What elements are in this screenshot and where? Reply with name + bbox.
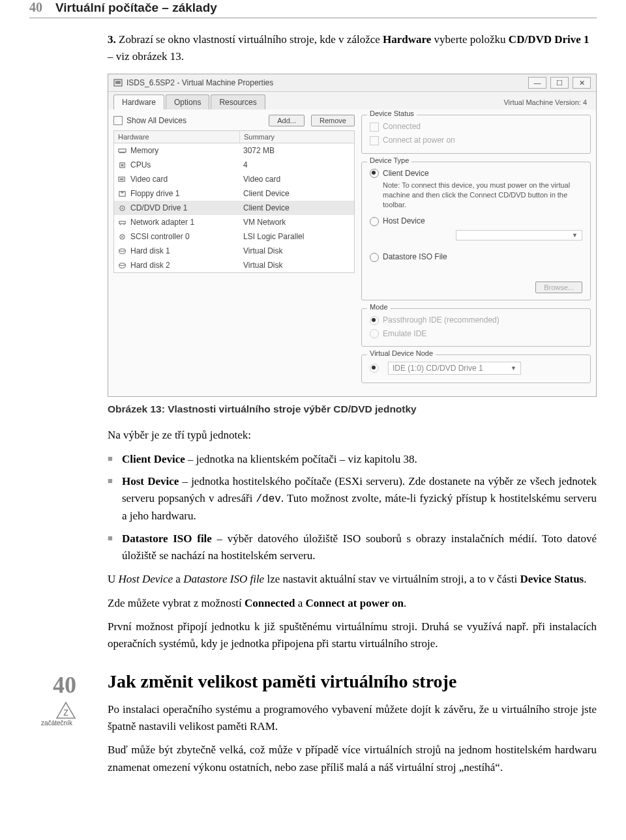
table-row[interactable]: Network adapter 1 VM Network bbox=[114, 215, 354, 229]
add-button[interactable]: Add... bbox=[269, 115, 305, 126]
body-text: Na výběr je ze tří typů jednotek: bbox=[108, 427, 597, 444]
svg-rect-16 bbox=[119, 221, 125, 224]
table-row[interactable]: SCSI controller 0 LSI Logic Parallel bbox=[114, 229, 354, 244]
window-title: ISDS_6.5SP2 - Virtual Machine Properties bbox=[127, 78, 273, 87]
col-summary: Summary bbox=[240, 131, 354, 143]
list-item: Host Device – jednotka hostitelského poč… bbox=[108, 473, 597, 525]
body-text: Buď může být zbytečně velká, což může v … bbox=[108, 742, 597, 776]
vdn-select[interactable]: IDE (1:0) CD/DVD Drive 1▼ bbox=[388, 362, 521, 375]
svg-rect-9 bbox=[121, 164, 124, 166]
tab-resources[interactable]: Resources bbox=[211, 94, 265, 109]
close-button[interactable]: ✕ bbox=[573, 77, 591, 89]
svg-point-20 bbox=[119, 248, 125, 251]
bullet-list: Client Device – jednotka na klientském p… bbox=[108, 451, 597, 565]
svg-point-15 bbox=[122, 207, 123, 209]
connected-checkbox: Connected bbox=[370, 122, 582, 132]
chevron-down-icon: ▼ bbox=[572, 232, 578, 239]
body-text: Po instalaci operačního systému a progra… bbox=[108, 701, 597, 736]
numbered-step-3: 3. Zobrazí se okno vlastností virtuálníh… bbox=[108, 31, 597, 65]
tab-strip: Hardware Options Resources bbox=[113, 94, 267, 109]
body-text: První možnost připojí jednotku k již spu… bbox=[108, 618, 597, 653]
hardware-table: Hardware Summary Memory 3072 MB CPUs 4 bbox=[113, 130, 355, 273]
connect-poweron-checkbox: Connect at power on bbox=[370, 136, 582, 145]
svg-point-21 bbox=[119, 263, 125, 265]
browse-button[interactable]: Browse... bbox=[535, 282, 582, 293]
cpu-icon bbox=[118, 162, 127, 169]
network-icon bbox=[118, 219, 127, 226]
host-device-select[interactable]: ▼ bbox=[456, 230, 582, 240]
radio-client-device[interactable]: Client Device bbox=[370, 169, 582, 179]
titlebar: ISDS_6.5SP2 - Virtual Machine Properties… bbox=[108, 74, 596, 92]
table-row[interactable]: Hard disk 2 Virtual Disk bbox=[114, 258, 354, 272]
col-hardware: Hardware bbox=[114, 131, 240, 143]
body-text: Zde můžete vybrat z možností Connected a… bbox=[108, 595, 597, 612]
figure-caption: Obrázek 13: Vlastnosti virtuálního stroj… bbox=[108, 403, 597, 415]
vm-version-label: Virtual Machine Version: 4 bbox=[503, 98, 591, 106]
page-header: 40 Virtuální počítače – základy bbox=[29, 0, 597, 18]
disk-icon bbox=[118, 248, 127, 255]
radio-passthrough: Passthrough IDE (recommended) bbox=[370, 315, 582, 325]
svg-text:Z: Z bbox=[63, 708, 68, 717]
minimize-button[interactable]: — bbox=[528, 77, 546, 89]
section-title: Jak změnit velikost paměti virtuálního s… bbox=[108, 671, 597, 692]
section-number: 40 bbox=[29, 671, 76, 699]
triangle-icon: Z bbox=[55, 701, 76, 719]
memory-icon bbox=[118, 147, 127, 154]
chevron-down-icon: ▼ bbox=[511, 365, 516, 371]
radio-emulate: Emulate IDE bbox=[370, 329, 582, 339]
table-row[interactable]: Memory 3072 MB bbox=[114, 143, 354, 158]
list-item: Client Device – jednotka na klientském p… bbox=[108, 451, 597, 468]
floppy-icon bbox=[118, 190, 127, 197]
virtual-device-node-group: Virtual Device Node IDE (1:0) CD/DVD Dri… bbox=[361, 355, 591, 383]
tab-options[interactable]: Options bbox=[166, 94, 209, 109]
header-title: Virtuální počítače – základy bbox=[55, 1, 217, 15]
table-row[interactable]: Video card Video card bbox=[114, 172, 354, 186]
device-status-group: Device Status Connected Connect at power… bbox=[361, 115, 591, 154]
table-row[interactable]: CD/DVD Drive 1 Client Device bbox=[114, 201, 354, 215]
maximize-button[interactable]: ☐ bbox=[550, 77, 569, 89]
table-row[interactable]: Floppy drive 1 Client Device bbox=[114, 186, 354, 201]
disk-icon bbox=[118, 262, 127, 269]
radio-host-device[interactable]: Host Device bbox=[370, 216, 582, 226]
beginner-badge: Z začátečník bbox=[29, 701, 76, 727]
radio-datastore-iso[interactable]: Datastore ISO File bbox=[370, 252, 582, 262]
table-row[interactable]: CPUs 4 bbox=[114, 158, 354, 172]
window-icon bbox=[113, 78, 123, 87]
window-controls: — ☐ ✕ bbox=[528, 77, 591, 89]
client-note: Note: To connect this device, you must p… bbox=[383, 181, 582, 210]
show-all-checkbox[interactable]: Show All Devices bbox=[113, 116, 186, 126]
list-item: Datastore ISO file – výběr datového úlož… bbox=[108, 530, 597, 565]
cddvd-icon bbox=[118, 205, 127, 212]
svg-rect-1 bbox=[115, 81, 121, 84]
svg-rect-13 bbox=[121, 191, 124, 193]
table-row[interactable]: Hard disk 1 Virtual Disk bbox=[114, 244, 354, 258]
svg-rect-11 bbox=[120, 178, 124, 180]
video-icon bbox=[118, 176, 127, 183]
device-type-group: Device Type Client Device Note: To conne… bbox=[361, 162, 591, 300]
svg-rect-2 bbox=[119, 149, 126, 152]
body-text: U Host Device a Datastore ISO file lze n… bbox=[108, 571, 597, 588]
scsi-icon bbox=[118, 233, 127, 240]
remove-button[interactable]: Remove bbox=[311, 115, 355, 126]
page-number-top: 40 bbox=[29, 0, 42, 15]
mode-group: Mode Passthrough IDE (recommended) Emula… bbox=[361, 308, 591, 347]
vm-properties-dialog: ISDS_6.5SP2 - Virtual Machine Properties… bbox=[108, 74, 597, 397]
tab-hardware[interactable]: Hardware bbox=[113, 94, 164, 109]
